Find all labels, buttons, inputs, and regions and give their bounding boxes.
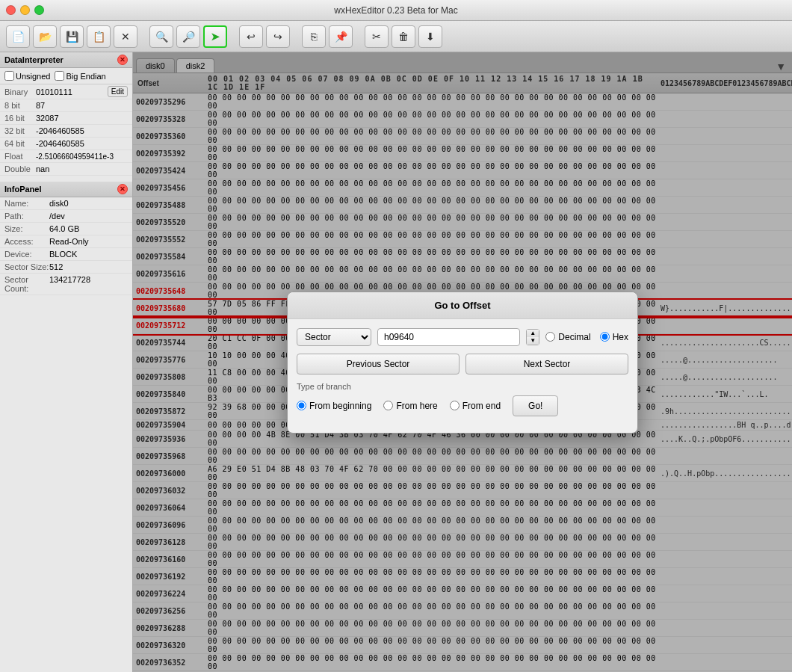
main-area: DataInterpreter ✕ Unsigned Big Endian Bi…	[0, 52, 792, 672]
di-8bit-row: 8 bit 87	[0, 99, 132, 112]
from-end-text: From end	[462, 401, 501, 411]
info-sectorsize-row: Sector Size: 512	[0, 261, 132, 274]
di-edit-button[interactable]: Edit	[108, 86, 128, 97]
di-16bit-row: 16 bit 32087	[0, 112, 132, 125]
stepper-down-btn[interactable]: ▼	[527, 337, 539, 345]
minimize-window-btn[interactable]	[20, 5, 30, 15]
unsigned-checkbox[interactable]: Unsigned	[4, 71, 50, 81]
info-size-value: 64.0 GB	[49, 224, 79, 233]
info-path-row: Path: /dev	[0, 210, 132, 223]
toolbar: 📄 📂 💾 📋 ✕ 🔍 🔎 ➤ ↩ ↪ ⎘ 📌 ✂ 🗑 ⬇	[0, 21, 792, 52]
info-path-value: /dev	[49, 212, 65, 221]
di-32bit-label: 32 bit	[4, 126, 36, 135]
bigendian-checkbox[interactable]: Big Endian	[55, 71, 105, 81]
info-panel-header: InfoPanel ✕	[0, 182, 132, 197]
new-btn[interactable]: 📄	[6, 25, 30, 48]
saveas-btn[interactable]: 📋	[87, 25, 111, 48]
goto-offset-input[interactable]	[377, 328, 520, 346]
di-16bit-value: 32087	[36, 114, 128, 123]
undo-btn[interactable]: ↩	[239, 25, 263, 48]
hex-radio-text: Hex	[613, 332, 628, 342]
stepper-up-btn[interactable]: ▲	[527, 330, 539, 337]
info-panel-close[interactable]: ✕	[117, 184, 128, 194]
from-end-label[interactable]: From end	[450, 401, 501, 411]
info-path-label: Path:	[4, 212, 49, 221]
di-double-label: Double	[4, 164, 36, 173]
window-title: wxHexEditor 0.23 Beta for Mac	[334, 5, 457, 16]
save-btn[interactable]: 💾	[60, 25, 84, 48]
di-binary-value: 01010111	[36, 87, 108, 96]
from-here-label[interactable]: From here	[383, 401, 437, 411]
info-name-row: Name: disk0	[0, 197, 132, 210]
di-float-row: Float -2.51066604959411e-3	[0, 150, 132, 163]
delete-btn[interactable]: 🗑	[392, 25, 415, 48]
cut-btn[interactable]: ✂	[365, 25, 389, 48]
next-sector-btn[interactable]: Next Sector	[465, 354, 628, 374]
di-32bit-row: 32 bit -2046460585	[0, 125, 132, 138]
info-sectorsize-label: Sector Size:	[4, 262, 49, 271]
modal-nav-btns: Previous Sector Next Sector	[297, 354, 628, 374]
di-32bit-value: -2046460585	[36, 126, 128, 135]
decimal-radio[interactable]	[545, 332, 555, 342]
hex-area: disk0 disk2 ▼ Offset 00 01 02 03 04 05 0…	[133, 52, 792, 672]
from-beginning-radio[interactable]	[297, 401, 306, 410]
di-float-value: -2.51066604959411e-3	[36, 152, 128, 161]
hex-radio[interactable]	[600, 332, 610, 342]
info-device-row: Device: BLOCK	[0, 248, 132, 261]
modal-overlay[interactable]: Go to Offset Sector Offset Address ▲ ▼	[133, 52, 792, 672]
go-button[interactable]: Go!	[513, 395, 558, 416]
radix-radio-group: Decimal Hex	[545, 332, 628, 342]
decimal-radio-label[interactable]: Decimal	[545, 332, 590, 342]
branch-options: From beginning From here From end Go!	[297, 395, 628, 416]
info-sectorsize-value: 512	[49, 262, 63, 271]
info-access-value: Read-Only	[49, 237, 89, 246]
info-panel-title: InfoPanel	[4, 185, 42, 194]
di-float-label: Float	[4, 152, 36, 161]
from-beginning-label[interactable]: From beginning	[297, 401, 371, 411]
open-btn[interactable]: 📂	[33, 25, 57, 48]
modal-title: Go to Offset	[288, 292, 637, 319]
info-access-label: Access:	[4, 237, 49, 246]
searchnext-btn[interactable]: 🔎	[176, 25, 200, 48]
goto-type-select[interactable]: Sector Offset Address	[297, 328, 371, 346]
di-8bit-label: 8 bit	[4, 101, 36, 110]
decimal-radio-text: Decimal	[558, 332, 590, 342]
data-interpreter-close[interactable]: ✕	[117, 55, 128, 65]
close-btn[interactable]: ✕	[114, 25, 137, 48]
di-64bit-value: -2046460585	[36, 139, 128, 148]
redo-btn[interactable]: ↪	[266, 25, 290, 48]
search-btn[interactable]: 🔍	[149, 25, 173, 48]
info-sectorcount-label: Sector Count:	[4, 275, 49, 293]
hex-radio-label[interactable]: Hex	[600, 332, 628, 342]
goto-btn[interactable]: ➤	[203, 25, 227, 48]
paste-btn[interactable]: 📌	[329, 25, 353, 48]
info-size-label: Size:	[4, 224, 49, 233]
di-64bit-label: 64 bit	[4, 139, 36, 148]
di-binary-label: Binary	[4, 87, 36, 96]
from-end-radio[interactable]	[450, 401, 460, 410]
branch-label: Type of branch	[297, 382, 628, 391]
di-double-row: Double nan	[0, 163, 132, 176]
window-controls	[6, 5, 44, 15]
goto-offset-modal: Go to Offset Sector Offset Address ▲ ▼	[287, 292, 638, 434]
goto-stepper[interactable]: ▲ ▼	[526, 329, 539, 345]
di-8bit-value: 87	[36, 101, 128, 110]
di-double-value: nan	[36, 164, 128, 173]
prev-sector-btn[interactable]: Previous Sector	[297, 354, 460, 374]
left-panel: DataInterpreter ✕ Unsigned Big Endian Bi…	[0, 52, 133, 672]
modal-input-row: Sector Offset Address ▲ ▼ Decim	[297, 328, 628, 346]
title-bar: wxHexEditor 0.23 Beta for Mac	[0, 0, 792, 21]
modal-body: Sector Offset Address ▲ ▼ Decim	[288, 319, 637, 433]
data-interpreter-title: DataInterpreter	[4, 55, 64, 64]
di-16bit-label: 16 bit	[4, 114, 36, 123]
close-window-btn[interactable]	[6, 5, 16, 15]
info-sectorcount-row: Sector Count: 134217728	[0, 274, 132, 295]
zoom-window-btn[interactable]	[34, 5, 44, 15]
di-64bit-row: 64 bit -2046460585	[0, 138, 132, 150]
info-name-label: Name:	[4, 199, 49, 208]
copy-btn[interactable]: ⎘	[302, 25, 326, 48]
di-options: Unsigned Big Endian	[0, 68, 132, 84]
down-btn[interactable]: ⬇	[418, 25, 442, 48]
data-interpreter-header: DataInterpreter ✕	[0, 52, 132, 68]
from-here-radio[interactable]	[383, 401, 393, 410]
